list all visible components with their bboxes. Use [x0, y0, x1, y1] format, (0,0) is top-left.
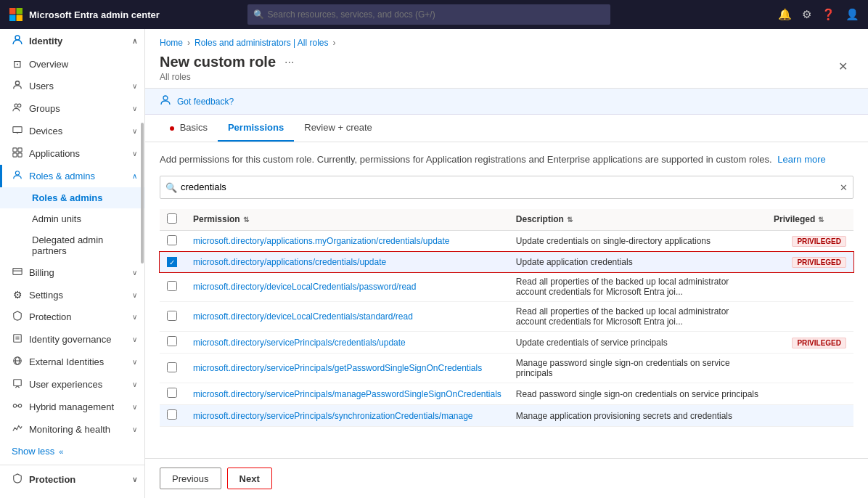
sidebar-item-identity-gov-label: Identity governance [29, 334, 126, 345]
groups-chevron-icon: ∨ [132, 105, 137, 113]
svg-rect-13 [13, 153, 17, 157]
svg-point-7 [17, 104, 20, 107]
row-checkbox[interactable] [167, 409, 177, 420]
table-row: microsoft.directory/servicePrincipals/sy… [160, 405, 853, 427]
select-all-checkbox[interactable] [167, 213, 177, 224]
sidebar-item-ext-identities[interactable]: External Identities ∨ [0, 351, 144, 373]
app-logo: Microsoft Entra admin center [9, 7, 160, 22]
row-checkbox[interactable] [167, 336, 177, 346]
privileged-badge: PRIVILEGED [792, 236, 846, 247]
row-description: Read password single sign-on credentials… [509, 383, 766, 405]
body-content: Add permissions for this custom role. Cu… [145, 142, 868, 458]
sidebar-item-applications[interactable]: Applications ∨ [0, 142, 144, 165]
row-permission-name: microsoft.directory/servicePrincipals/ge… [186, 354, 509, 383]
identity-chevron-icon: ∧ [132, 37, 137, 45]
table-row: microsoft.directory/deviceLocalCredentia… [160, 302, 853, 332]
sidebar-section-learn-support[interactable]: ? Learn & support ∧ [0, 491, 144, 498]
sidebar-scrollbar[interactable] [141, 123, 144, 264]
breadcrumb-roles[interactable]: Roles and administrators | All roles [195, 38, 329, 48]
tab-basics-dot [170, 126, 174, 131]
sidebar-item-roles-admins-sub[interactable]: Roles & admins [0, 187, 144, 208]
th-description: Description ⇅ [509, 209, 766, 231]
row-checkbox-cell [160, 354, 186, 383]
sidebar-section-identity[interactable]: Identity ∧ [0, 29, 144, 53]
devices-icon [12, 125, 23, 137]
feedback-link[interactable]: Got feedback? [177, 97, 234, 107]
sidebar-item-user-exp[interactable]: User experiences ∨ [0, 373, 144, 396]
sidebar-show-less[interactable]: Show less « [0, 441, 144, 462]
permission-sort-icon: ⇅ [243, 216, 249, 224]
sidebar-item-settings[interactable]: ⚙ Settings ∨ [0, 284, 144, 306]
page-close-button[interactable]: ✕ [832, 57, 853, 76]
sidebar-item-groups[interactable]: Groups ∨ [0, 97, 144, 120]
previous-button[interactable]: Previous [160, 468, 221, 489]
row-checkbox[interactable] [167, 362, 177, 372]
groups-icon [12, 102, 23, 115]
table-row: microsoft.directory/servicePrincipals/ge… [160, 354, 853, 383]
settings-icon[interactable]: ⚙ [802, 8, 811, 21]
sidebar-section-identity-label: Identity [29, 36, 126, 46]
sidebar-item-roles-admins[interactable]: Roles & admins ∧ [0, 165, 144, 187]
learn-more-link[interactable]: Learn more [777, 154, 825, 165]
monitoring-icon [12, 423, 23, 436]
roles-icon [12, 170, 23, 182]
th-checkbox [160, 209, 186, 231]
row-checkbox[interactable] [167, 388, 177, 398]
sidebar-item-delegated[interactable]: Delegated admin partners [0, 229, 144, 261]
topbar: Microsoft Entra admin center 🔍 🔔 ⚙ ❓ 👤 [0, 0, 868, 29]
search-permissions-icon: 🔍 [165, 181, 177, 192]
identity-gov-icon [12, 333, 23, 346]
row-checkbox[interactable] [167, 235, 177, 245]
sidebar-item-protection-label: Protection [29, 311, 126, 322]
permissions-search-input[interactable] [160, 176, 853, 199]
sidebar-divider-1 [0, 465, 144, 465]
next-button[interactable]: Next [227, 468, 272, 489]
sidebar-item-admin-units[interactable]: Admin units [0, 208, 144, 229]
breadcrumb: Home › Roles and administrators | All ro… [145, 29, 868, 51]
svg-rect-14 [18, 153, 22, 157]
description-sort-button[interactable]: Description ⇅ [516, 214, 573, 224]
privileged-sort-button[interactable]: Privileged ⇅ [774, 214, 824, 224]
row-checkbox[interactable] [167, 281, 177, 291]
sidebar-item-protection[interactable]: Protection ∨ [0, 306, 144, 328]
search-clear-icon[interactable]: ✕ [840, 181, 848, 192]
sidebar-item-devices[interactable]: Devices ∨ [0, 120, 144, 142]
privileged-badge: PRIVILEGED [792, 257, 846, 268]
sidebar-item-settings-label: Settings [29, 290, 126, 301]
sidebar-item-devices-label: Devices [29, 126, 126, 136]
notifications-icon[interactable]: 🔔 [778, 8, 792, 21]
row-checkbox-checked[interactable]: ✓ [167, 257, 177, 267]
sidebar-section-protection-bottom[interactable]: Protection ∨ [0, 468, 144, 491]
tab-permissions[interactable]: Permissions [218, 115, 294, 142]
sidebar-item-monitoring[interactable]: Monitoring & health ∨ [0, 418, 144, 441]
tab-permissions-label: Permissions [228, 122, 284, 133]
svg-point-4 [15, 36, 20, 40]
search-input[interactable] [247, 4, 610, 25]
description-sort-icon: ⇅ [567, 216, 573, 224]
page-more-button[interactable]: ··· [282, 56, 297, 69]
user-avatar[interactable]: 👤 [846, 8, 859, 21]
tab-basics[interactable]: Basics [160, 115, 218, 142]
breadcrumb-home[interactable]: Home [160, 38, 183, 48]
row-description: Read all properties of the backed up loc… [509, 272, 766, 302]
sidebar-item-hybrid-mgmt[interactable]: Hybrid management ∨ [0, 396, 144, 418]
row-privileged [766, 272, 853, 302]
roles-chevron-icon: ∧ [132, 172, 137, 180]
permissions-table: Permission ⇅ Description ⇅ [160, 209, 853, 428]
permission-sort-button[interactable]: Permission ⇅ [193, 214, 249, 224]
identity-icon [12, 34, 23, 48]
help-icon[interactable]: ❓ [822, 8, 835, 21]
sidebar-item-identity-gov[interactable]: Identity governance ∨ [0, 328, 144, 351]
sidebar-item-overview[interactable]: ⊡ Overview [0, 53, 144, 75]
row-permission-name: microsoft.directory/applications.myOrgan… [186, 230, 509, 252]
tab-basics-label: Basics [180, 122, 208, 133]
sidebar-item-ext-identities-label: External Identities [29, 356, 126, 367]
row-checkbox-cell [160, 332, 186, 354]
page-title-area: New custom role ··· All roles [160, 54, 832, 82]
sidebar-item-monitoring-label: Monitoring & health [29, 424, 126, 435]
app-title: Microsoft Entra admin center [29, 9, 160, 20]
sidebar-item-billing[interactable]: Billing ∨ [0, 261, 144, 284]
tab-review-create[interactable]: Review + create [294, 115, 382, 142]
row-checkbox[interactable] [167, 311, 177, 321]
sidebar-item-users[interactable]: Users ∨ [0, 75, 144, 97]
